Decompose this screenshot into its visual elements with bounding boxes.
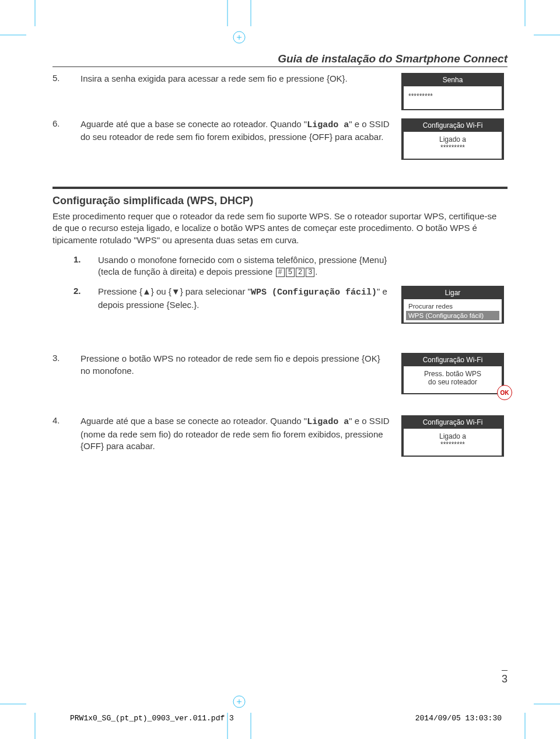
page-content: Guia de instalação do Smartphone Connect… bbox=[52, 52, 508, 685]
phone-screen-senha: Senha ********* bbox=[401, 73, 504, 110]
step-6: 6. Aguarde até que a base se conecte ao … bbox=[52, 118, 508, 160]
screen-line: ********* bbox=[408, 92, 497, 100]
text: ou bbox=[154, 286, 169, 296]
step-body: Aguarde até que a base se conecte ao rot… bbox=[80, 415, 391, 457]
screen-title: Configuração Wi-Fi bbox=[404, 415, 502, 428]
screen-line: Press. botão WPS bbox=[424, 370, 481, 378]
text: no monofone. bbox=[80, 366, 134, 376]
key-selec: {Selec.} bbox=[167, 300, 197, 310]
footer-timestamp: 2014/09/05 13:03:30 bbox=[415, 714, 502, 723]
screen-line: ********* bbox=[440, 440, 465, 449]
text: para selecionar " bbox=[183, 286, 251, 296]
phone-screen-ligar-menu: Ligar Procurar redes WPS (Configuração f… bbox=[401, 286, 504, 324]
doc-title: Guia de instalação do Smartphone Connect bbox=[52, 52, 508, 67]
menu-item-wps-selected: WPS (Configuração fácil) bbox=[406, 311, 499, 320]
text: Aguarde até que a base se conecte ao rot… bbox=[80, 416, 307, 426]
step-body: Aguarde até que a base se conecte ao rot… bbox=[80, 118, 391, 160]
key-down: {▼} bbox=[169, 286, 183, 296]
text: Usando o monofone fornecido com o sistem… bbox=[98, 255, 359, 265]
keycap-hash: # bbox=[276, 268, 285, 277]
screen-body: ********* bbox=[404, 86, 502, 110]
phone-screen-wifi-connected: Configuração Wi-Fi Ligado a ********* bbox=[401, 118, 504, 160]
page-number: 3 bbox=[502, 670, 508, 685]
text: Insira a senha exigida para acessar a re… bbox=[80, 73, 327, 83]
step-body: Pressione o botão WPS no roteador de red… bbox=[80, 353, 391, 394]
ok-stamp-icon: OK bbox=[497, 385, 512, 400]
step-body: Usando o monofone fornecido com o sistem… bbox=[98, 254, 391, 278]
text: Pressione bbox=[98, 286, 139, 296]
phone-screen-press-wps: Configuração Wi-Fi Press. botão WPS do s… bbox=[401, 353, 504, 394]
screen-title: Ligar bbox=[404, 286, 502, 299]
menu-item-procurar: Procurar redes bbox=[406, 302, 499, 311]
screen-line: ********* bbox=[440, 143, 465, 152]
text: Pressione o botão WPS no roteador de red… bbox=[80, 353, 362, 363]
s2-step-4: 4. Aguarde até que a base se conecte ao … bbox=[52, 415, 508, 457]
svg-point-17 bbox=[233, 696, 245, 708]
mono-text: Ligado a bbox=[307, 417, 349, 427]
text: Aguarde até que a base se conecte ao rot… bbox=[80, 119, 307, 129]
screen-body: Ligado a ********* bbox=[404, 428, 502, 457]
screen-line: Ligado a bbox=[439, 432, 466, 440]
s2-step-3: 3. Pressione o botão WPS no roteador de … bbox=[52, 353, 508, 394]
footer-filename: PRW1x0_SG_(pt_pt)_0903_ver.011.pdf 3 bbox=[70, 714, 234, 723]
screen-line: do seu roteador bbox=[428, 378, 477, 386]
step-number: 1. bbox=[74, 254, 88, 278]
step-number: 4. bbox=[52, 415, 70, 457]
phone-screen-wifi-connected-2: Configuração Wi-Fi Ligado a ********* bbox=[401, 415, 504, 457]
mono-text: Ligado a bbox=[307, 120, 349, 130]
key-menu: {Menu} bbox=[359, 255, 387, 265]
mono-text: WPS (Configuração fácil) bbox=[251, 288, 377, 297]
key-ok: {OK} bbox=[362, 353, 380, 363]
section-intro: Este procedimento requer que o roteador … bbox=[52, 211, 508, 246]
section-heading: Configuração simplificada (WPS, DHCP) bbox=[52, 195, 508, 207]
keycap-5: 5 bbox=[286, 268, 295, 277]
step-number: 2. bbox=[74, 286, 88, 324]
text: para acabar. bbox=[104, 441, 155, 451]
screen-title: Configuração Wi-Fi bbox=[404, 118, 502, 131]
key-off: {OFF} bbox=[309, 132, 332, 142]
text: para acabar. bbox=[332, 132, 384, 142]
step-number: 6. bbox=[52, 118, 70, 160]
svg-point-12 bbox=[233, 31, 245, 43]
text: . bbox=[315, 267, 317, 276]
s2-step-1: 1. Usando o monofone fornecido com o sis… bbox=[74, 254, 508, 278]
screen-line: Ligado a bbox=[439, 135, 466, 143]
step-body: Pressione {▲} ou {▼} para selecionar "WP… bbox=[98, 286, 391, 324]
keycap-3: 3 bbox=[306, 268, 314, 277]
text: . bbox=[345, 73, 348, 83]
key-ok: {OK} bbox=[327, 73, 345, 83]
print-footer: PRW1x0_SG_(pt_pt)_0903_ver.011.pdf 3 201… bbox=[70, 714, 502, 723]
step-5: 5. Insira a senha exigida para acessar a… bbox=[52, 73, 508, 110]
screen-body: Ligado a ********* bbox=[404, 131, 502, 160]
screen-body: Procurar redes WPS (Configuração fácil) bbox=[404, 299, 502, 324]
screen-title: Senha bbox=[404, 73, 502, 86]
s2-step-2: 2. Pressione {▲} ou {▼} para selecionar … bbox=[74, 286, 508, 324]
screen-body: Press. botão WPS do seu roteador bbox=[404, 366, 502, 394]
key-off: {OFF} bbox=[80, 441, 104, 451]
step-number: 5. bbox=[52, 73, 70, 110]
text: (tecla de função à direita) e depois pre… bbox=[98, 267, 275, 276]
screen-title: Configuração Wi-Fi bbox=[404, 353, 502, 366]
text: . bbox=[197, 300, 199, 310]
step-body: Insira a senha exigida para acessar a re… bbox=[80, 73, 391, 110]
section-divider bbox=[52, 187, 508, 189]
keycap-2: 2 bbox=[296, 268, 304, 277]
key-up: {▲} bbox=[139, 286, 154, 296]
step-number: 3. bbox=[52, 353, 70, 394]
